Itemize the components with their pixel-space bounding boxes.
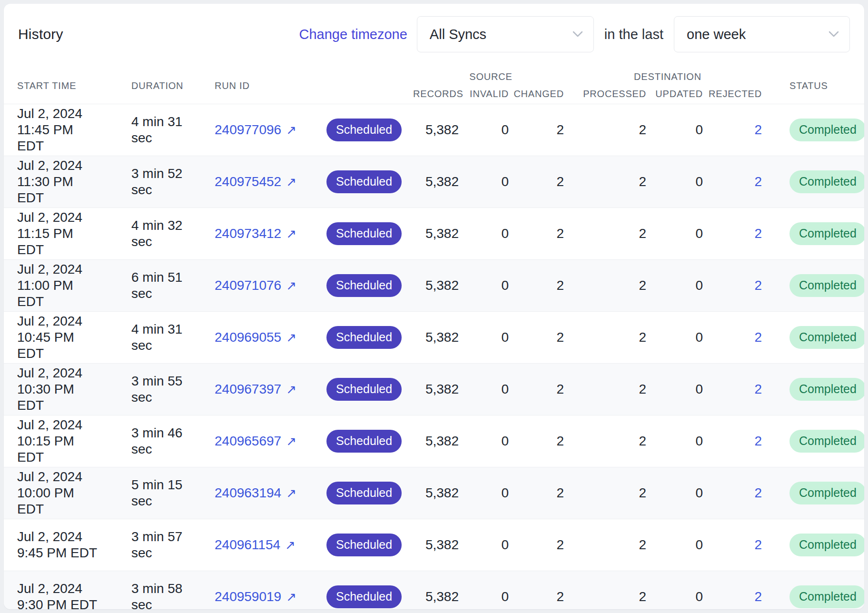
rejected-cell: 2 (708, 381, 767, 397)
trigger-cell: Scheduled (326, 482, 413, 504)
start-time-cell: Jul 2, 2024 11:15 PM EDT (17, 209, 100, 258)
trigger-cell: Scheduled (326, 326, 413, 349)
rejected-cell: 2 (708, 174, 767, 190)
col-header-changed: CHANGED (513, 89, 569, 99)
rejected-cell: 2 (708, 277, 767, 294)
col-header-updated: UPDATED (651, 89, 708, 99)
rejected-link[interactable]: 2 (754, 485, 762, 500)
updated-cell: 0 (651, 122, 708, 138)
run-id-link[interactable]: 240973412↗ (215, 226, 296, 242)
rejected-link[interactable]: 2 (754, 382, 762, 396)
rejected-cell: 2 (708, 433, 767, 449)
external-link-icon: ↗ (286, 277, 296, 294)
records-cell: 5,382 (413, 122, 464, 138)
invalid-cell: 0 (464, 174, 513, 190)
run-id-link[interactable]: 240969055↗ (215, 329, 296, 346)
status-cell: Completed (767, 326, 864, 349)
table-row: Jul 2, 2024 11:45 PM EDT 4 min 31 sec 24… (4, 104, 864, 156)
processed-cell: 2 (569, 329, 651, 346)
trigger-badge: Scheduled (326, 119, 402, 141)
table-row: Jul 2, 2024 10:30 PM EDT 3 min 55 sec 24… (4, 364, 864, 415)
rejected-link[interactable]: 2 (754, 278, 762, 293)
processed-cell: 2 (569, 589, 651, 605)
page-title: History (18, 26, 63, 42)
trigger-badge: Scheduled (326, 326, 402, 349)
trigger-badge: Scheduled (326, 170, 402, 193)
start-time-cell: Jul 2, 2024 10:00 PM EDT (17, 469, 100, 517)
trigger-badge: Scheduled (326, 585, 402, 608)
invalid-cell: 0 (464, 329, 513, 346)
rejected-cell: 2 (708, 485, 767, 501)
table-row: Jul 2, 2024 11:15 PM EDT 4 min 32 sec 24… (4, 208, 864, 260)
run-id-link[interactable]: 240959019↗ (215, 589, 296, 605)
invalid-cell: 0 (464, 122, 513, 138)
rejected-link[interactable]: 2 (754, 537, 762, 552)
run-id-link[interactable]: 240963194↗ (215, 485, 296, 501)
changed-cell: 2 (513, 381, 569, 397)
status-badge: Completed (789, 430, 864, 453)
external-link-icon: ↗ (286, 381, 296, 397)
rejected-link[interactable]: 2 (754, 330, 762, 345)
invalid-cell: 0 (464, 277, 513, 294)
duration-cell: 4 min 31 sec (131, 114, 188, 146)
changed-cell: 2 (513, 226, 569, 242)
run-id-link[interactable]: 240965697↗ (215, 433, 296, 449)
run-id-cell: 240977096↗ (215, 122, 326, 138)
status-cell: Completed (767, 585, 864, 608)
start-time-cell: Jul 2, 2024 9:30 PM EDT (17, 581, 100, 609)
processed-cell: 2 (569, 433, 651, 449)
change-timezone-link[interactable]: Change timezone (299, 27, 407, 42)
status-badge: Completed (789, 170, 864, 193)
rejected-link[interactable]: 2 (754, 589, 762, 604)
external-link-icon: ↗ (286, 433, 296, 449)
changed-cell: 2 (513, 122, 569, 138)
sync-filter-select[interactable]: All Syncs (417, 16, 594, 52)
status-cell: Completed (767, 430, 864, 453)
invalid-cell: 0 (464, 485, 513, 501)
run-id-link[interactable]: 240967397↗ (215, 381, 296, 397)
records-cell: 5,382 (413, 226, 464, 242)
rejected-link[interactable]: 2 (754, 122, 762, 137)
rejected-cell: 2 (708, 122, 767, 138)
time-range-select[interactable]: one week (674, 16, 850, 52)
run-id-link[interactable]: 240971076↗ (215, 277, 296, 294)
sync-filter-value: All Syncs (430, 27, 486, 42)
records-cell: 5,382 (413, 589, 464, 605)
processed-cell: 2 (569, 122, 651, 138)
changed-cell: 2 (513, 329, 569, 346)
rejected-cell: 2 (708, 589, 767, 605)
processed-cell: 2 (569, 277, 651, 294)
processed-cell: 2 (569, 537, 651, 553)
updated-cell: 0 (651, 174, 708, 190)
rejected-cell: 2 (708, 537, 767, 553)
table-row: Jul 2, 2024 9:45 PM EDT 3 min 57 sec 240… (4, 519, 864, 571)
trigger-cell: Scheduled (326, 585, 413, 608)
run-id-value: 240969055 (215, 329, 281, 346)
trigger-cell: Scheduled (326, 534, 413, 556)
changed-cell: 2 (513, 277, 569, 294)
status-cell: Completed (767, 119, 864, 141)
rejected-link[interactable]: 2 (754, 174, 762, 189)
group-header-destination: DESTINATION (569, 71, 767, 82)
rejected-cell: 2 (708, 329, 767, 346)
status-badge: Completed (789, 482, 864, 504)
run-id-link[interactable]: 240961154↗ (215, 537, 296, 553)
rejected-link[interactable]: 2 (754, 226, 762, 241)
processed-cell: 2 (569, 226, 651, 242)
run-id-link[interactable]: 240977096↗ (215, 122, 296, 138)
run-id-link[interactable]: 240975452↗ (215, 174, 296, 190)
table-row: Jul 2, 2024 11:00 PM EDT 6 min 51 sec 24… (4, 260, 864, 312)
records-cell: 5,382 (413, 537, 464, 553)
status-badge: Completed (789, 585, 864, 608)
updated-cell: 0 (651, 329, 708, 346)
records-cell: 5,382 (413, 174, 464, 190)
run-id-value: 240977096 (215, 122, 281, 138)
rejected-link[interactable]: 2 (754, 434, 762, 448)
run-id-value: 240963194 (215, 485, 281, 501)
run-id-value: 240961154 (215, 537, 280, 553)
status-badge: Completed (789, 326, 864, 349)
trigger-cell: Scheduled (326, 222, 413, 245)
trigger-cell: Scheduled (326, 378, 413, 401)
external-link-icon: ↗ (286, 122, 296, 138)
duration-cell: 4 min 31 sec (131, 321, 188, 354)
